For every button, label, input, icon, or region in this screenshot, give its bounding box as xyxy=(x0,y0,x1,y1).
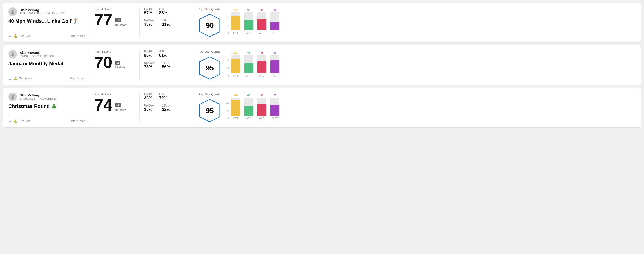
bar-col-app: 86 APP xyxy=(244,51,253,77)
bar-label-arg: ARG xyxy=(259,117,264,120)
bar-col-putt: 82 PUTT xyxy=(270,9,280,34)
bar-fill-app xyxy=(244,106,253,116)
golf-icon: ⛳ xyxy=(13,77,17,80)
bar-value-putt: 82 xyxy=(274,9,276,11)
divider-right xyxy=(194,7,194,38)
bar-fill-app xyxy=(244,20,253,30)
score-section: Round Score 70 -2 18 Holes xyxy=(94,50,135,80)
bar-chart: 101 OTT 86 APP 96 xyxy=(231,50,280,77)
score-section: Round Score 77 +5 18 Holes xyxy=(94,7,135,38)
bar-value-arg: 98 xyxy=(260,9,263,11)
user-name: Blair McHarg xyxy=(20,94,56,97)
tee-info: Tee: Black xyxy=(19,34,31,38)
bar-value-putt: 99 xyxy=(274,51,276,54)
score-row: 70 -2 18 Holes xyxy=(94,54,135,70)
score-badge-col: +2 18 Holes xyxy=(114,103,126,113)
stat-updown: Up/Down 78% xyxy=(144,61,155,69)
oneputt-value: 22% xyxy=(162,107,170,112)
chart-with-axis: 100 50 0 107 OTT 95 AP xyxy=(226,7,636,34)
bar-col-putt: 99 PUTT xyxy=(270,51,280,77)
bar-wrapper-app xyxy=(244,12,253,30)
round-title: Christmas Round 🎄 xyxy=(8,103,85,109)
avatar xyxy=(8,7,17,16)
bar-value-app: 86 xyxy=(248,51,250,54)
tee-info: Tee: Yellow xyxy=(19,77,32,80)
bar-col-putt: 93 PUTT xyxy=(270,94,280,120)
score-number: 70 xyxy=(94,54,112,70)
bar-fill-putt xyxy=(270,22,280,30)
holes-text: 18 Holes xyxy=(114,108,126,112)
oneputt-label: 1 Putt xyxy=(162,19,170,22)
left-section: Blair McHarg 27 Dec 2021 · The Oxfordshi… xyxy=(8,93,85,123)
bar-col-arg: 98 ARG xyxy=(257,9,266,34)
bar-label-app: APP xyxy=(246,117,251,120)
weather-icon: ☁ xyxy=(8,77,12,80)
user-name: Blair McHarg xyxy=(20,51,54,54)
stat-fw-hit: FW Hit 57% xyxy=(144,7,152,15)
bar-col-app: 87 APP xyxy=(244,94,253,120)
round-title: January Monthly Medal xyxy=(8,61,85,67)
footer-info: ☁ ⛳ Tee: Yellow Data: Arccos xyxy=(8,77,85,80)
updown-label: Up/Down xyxy=(144,104,155,107)
updown-value: 33% xyxy=(144,107,155,112)
shot-quality-section: Avg Shot Quality 95 100 50 0 101 xyxy=(198,50,636,80)
fw-hit-value: 57% xyxy=(144,10,152,15)
bar-fill-ott xyxy=(231,59,240,73)
divider-mid xyxy=(140,50,140,80)
user-info: Blair McHarg 12 Feb 2022 · Royal North D… xyxy=(8,7,85,16)
bar-col-arg: 95 ARG xyxy=(257,94,266,120)
score-row: 74 +2 18 Holes xyxy=(94,97,135,113)
score-badge: +5 xyxy=(114,18,121,22)
user-name: Blair McHarg xyxy=(20,8,65,12)
divider-right xyxy=(194,93,194,123)
stats-section: FW Hit 36% GIR 72% Up/Down 33% 1 Putt 22… xyxy=(144,93,189,123)
stats-row-bottom: Up/Down 78% 1 Putt 56% xyxy=(144,61,189,69)
stat-fw-hit: FW Hit 86% xyxy=(144,50,152,58)
chart-with-axis: 100 50 0 101 OTT 86 AP xyxy=(226,50,636,77)
data-source: Data: Arccos xyxy=(70,77,85,80)
fw-hit-value: 36% xyxy=(144,96,152,101)
bar-fill-putt xyxy=(270,105,280,116)
bar-label-ott: OTT xyxy=(233,117,238,120)
bar-fill-arg xyxy=(257,61,266,73)
bar-label-app: APP xyxy=(246,32,251,34)
sq-label: Avg Shot Quality xyxy=(198,50,220,53)
gir-value: 61% xyxy=(159,53,167,58)
user-text: Blair McHarg 29 Jan 2022 · Mill Ride GCC xyxy=(20,51,54,58)
stat-gir: GIR 61% xyxy=(159,50,167,58)
chart-area: 100 50 0 101 OTT 86 AP xyxy=(226,50,636,77)
stats-row-bottom: Up/Down 33% 1 Putt 11% xyxy=(144,19,189,27)
bar-fill-arg xyxy=(257,104,266,116)
footer-left: ☁ ⛳ Tee: Yellow xyxy=(8,77,32,80)
stat-gir: GIR 72% xyxy=(159,93,167,101)
bar-wrapper-app xyxy=(244,98,253,116)
round-score-label: Round Score xyxy=(94,93,135,96)
score-row: 77 +5 18 Holes xyxy=(94,12,135,28)
bar-label-arg: ARG xyxy=(259,74,264,77)
bar-label-app: APP xyxy=(246,74,251,77)
bar-col-arg: 96 ARG xyxy=(257,51,266,77)
round-title: 40 Mph Winds... Links Golf 🏌️ xyxy=(8,18,85,24)
oneputt-label: 1 Putt xyxy=(162,104,170,107)
gir-value: 83% xyxy=(159,10,167,15)
left-section: Blair McHarg 12 Feb 2022 · Royal North D… xyxy=(8,7,85,38)
svg-point-2 xyxy=(12,52,14,54)
bar-fill-arg xyxy=(257,19,266,30)
bar-value-ott: 101 xyxy=(234,51,238,54)
chart-with-axis: 100 50 0 110 OTT 87 AP xyxy=(226,93,636,120)
gir-label: GIR xyxy=(159,50,167,53)
updown-label: Up/Down xyxy=(144,61,155,65)
svg-point-4 xyxy=(12,95,14,97)
score-badge-col: +5 18 Holes xyxy=(114,18,126,28)
user-text: Blair McHarg 27 Dec 2021 · The Oxfordshi… xyxy=(20,94,56,100)
bar-chart: 110 OTT 87 APP 95 xyxy=(231,93,280,120)
gir-label: GIR xyxy=(159,7,167,10)
bar-wrapper-ott xyxy=(231,12,240,30)
shot-quality-section: Avg Shot Quality 95 100 50 0 110 xyxy=(198,93,636,123)
divider-mid xyxy=(140,93,140,123)
holes-text: 18 Holes xyxy=(114,23,126,26)
oneputt-label: 1 Putt xyxy=(162,61,170,65)
oneputt-value: 56% xyxy=(162,65,170,69)
sq-left: Avg Shot Quality 95 xyxy=(198,50,221,80)
bar-value-ott: 107 xyxy=(234,9,238,11)
